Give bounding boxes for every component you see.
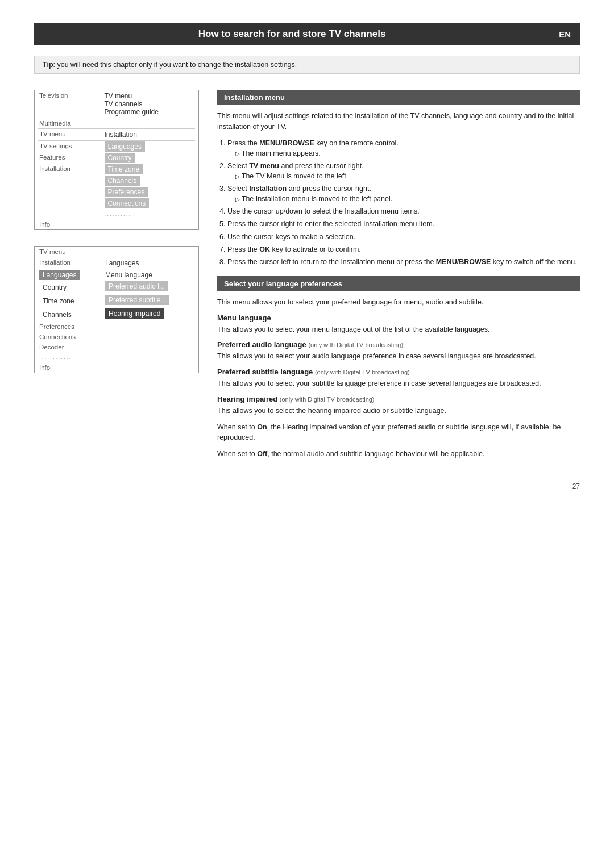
section-heading-installation: Installation menu xyxy=(217,90,580,105)
menu-row: TV menu Installation xyxy=(35,129,198,140)
list-item: Select TV menu and press the cursor righ… xyxy=(227,161,580,181)
language-badge: EN xyxy=(550,23,580,45)
sub-step: The Installation menu is moved to the le… xyxy=(235,194,580,204)
language-intro: This menu allows you to select your pref… xyxy=(217,297,580,308)
menu-row: Channels xyxy=(35,175,198,186)
menu-row: Decoder xyxy=(35,342,198,352)
menu-row: Info xyxy=(35,362,198,373)
right-column: Installation menu This menu will adjust … xyxy=(217,90,580,465)
subsection-preferred-subtitle: Preferred subtitle language (only with D… xyxy=(217,368,580,376)
sub-step: The main menu appears. xyxy=(235,148,580,158)
tip-box: Tip: you will need this chapter only if … xyxy=(34,56,580,74)
menu-row: ............ xyxy=(35,352,198,362)
sub-step: The TV Menu is moved to the left. xyxy=(235,171,580,181)
list-item: Press the OK key to activate or to confi… xyxy=(227,244,580,254)
menu-row: Languages Menu language xyxy=(35,269,198,281)
menu-row: Multimedia xyxy=(35,118,198,128)
list-item: Use the cursor keys to make a selection. xyxy=(227,232,580,242)
list-item: Press the cursor right to enter the sele… xyxy=(227,219,580,229)
section-heading-language: Select your language preferences xyxy=(217,276,580,291)
page-header: How to search for and store TV channels … xyxy=(34,23,580,45)
subsection-preferred-audio: Preferred audio language (only with Digi… xyxy=(217,340,580,349)
installation-intro: This menu will adjust settings related t… xyxy=(217,111,580,132)
left-column: Television TV menu TV channels Programme… xyxy=(34,90,199,465)
menu-row: Country Preferred audio l... xyxy=(35,281,198,294)
menu-diagram-1: Television TV menu TV channels Programme… xyxy=(34,90,199,230)
list-item: Use the cursor up/down to select the Ins… xyxy=(227,206,580,216)
menu-row: Preferences xyxy=(35,322,198,332)
installation-steps: Press the MENU/BROWSE key on the remote … xyxy=(227,138,580,267)
menu-row: Television TV menu TV channels Programme… xyxy=(35,90,198,118)
menu-row: Installation Time zone xyxy=(35,164,198,175)
menu-row: TV menu xyxy=(35,247,198,257)
page-number: 27 xyxy=(34,482,580,490)
menu-row: Features Country xyxy=(35,152,198,164)
menu-row: Channels Hearing impaired xyxy=(35,308,198,322)
menu-row: Preferences xyxy=(35,186,198,198)
menu-diagram-2: TV menu Installation Languages Languages… xyxy=(34,246,199,373)
menu-row: ............ xyxy=(35,209,198,219)
menu-row: Connections xyxy=(35,198,198,209)
list-item: Press the MENU/BROWSE key on the remote … xyxy=(227,138,580,158)
menu-row: Connections xyxy=(35,332,198,342)
menu-row: TV settings Languages xyxy=(35,141,198,152)
subsection-hearing-impaired: Hearing impaired (only with Digital TV b… xyxy=(217,395,580,403)
page-title: How to search for and store TV channels xyxy=(34,23,550,45)
tip-label: Tip: you will need this chapter only if … xyxy=(43,61,297,69)
main-content: Television TV menu TV channels Programme… xyxy=(34,90,580,465)
list-item: Select Installation and press the cursor… xyxy=(227,183,580,204)
menu-row: Info xyxy=(35,219,198,229)
menu-row: Time zone Preferred subtitle... xyxy=(35,294,198,308)
subsection-menu-language: Menu language xyxy=(217,314,580,322)
menu-row: Installation Languages xyxy=(35,257,198,269)
list-item: Press the cursor left to return to the I… xyxy=(227,257,580,267)
